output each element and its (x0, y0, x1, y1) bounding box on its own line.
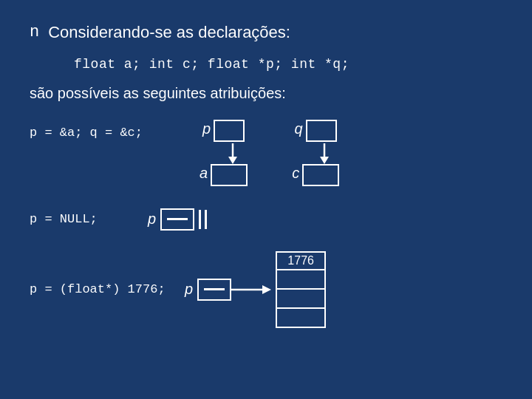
q-top-box (306, 120, 337, 142)
c-box (302, 164, 339, 186)
svg-marker-1 (228, 157, 237, 164)
content-area: p = &a; q = &c; p (30, 120, 502, 328)
val1776-line-inner (204, 288, 225, 290)
row2: p = NULL; p (30, 208, 502, 231)
subtitle: são possíveis as seguintes atribuições: (30, 85, 502, 102)
mem-row-1776: 1776 (276, 251, 326, 270)
header-title: Considerando-se as declarações: (48, 22, 290, 44)
val1776-arrow-svg (231, 279, 276, 301)
val1776-p-label: p (185, 281, 193, 298)
null-bars (199, 210, 207, 229)
var-a-label: a (200, 165, 208, 182)
var-q-title: q (295, 120, 303, 137)
bullet: n (30, 22, 39, 44)
mem-table-block: 1776 (276, 251, 326, 328)
row1-label: p = &a; q = &c; (30, 120, 200, 140)
var-q-block: q c (292, 120, 339, 186)
a-box (211, 164, 248, 186)
mem-row-3 (276, 290, 326, 309)
null-bar-1 (199, 210, 201, 229)
row1: p = &a; q = &c; p (30, 120, 502, 186)
row1-diagrams: p a (200, 120, 339, 186)
svg-marker-3 (320, 157, 329, 164)
null-p-label: p (148, 211, 156, 228)
null-diagram: p (148, 208, 207, 231)
q-arrow-svg (293, 143, 338, 164)
null-ptr-box (160, 208, 194, 231)
row2-label: p = NULL; (30, 212, 148, 226)
header-row: n Considerando-se as declarações: (30, 22, 502, 44)
svg-marker-5 (262, 285, 271, 294)
p-top-box (214, 120, 245, 142)
var-c-label: c (292, 165, 299, 182)
mem-value-1776: 1776 (287, 254, 314, 267)
row3: p = (float*) 1776; p 1776 (30, 251, 502, 328)
declaration-line: float a; int c; float *p; int *q; (74, 57, 502, 72)
mem-row-2 (276, 270, 326, 290)
null-bar-2 (205, 210, 207, 229)
val1776-diagram: p 1776 (185, 251, 326, 328)
val1776-ptr-box (197, 279, 231, 301)
var-p-title: p (202, 120, 211, 137)
mem-row-4 (276, 309, 326, 328)
var-p-block: p a (200, 120, 248, 186)
slide: n Considerando-se as declarações: float … (0, 0, 532, 399)
row3-label: p = (float*) 1776; (30, 282, 185, 296)
null-line-inner (167, 218, 188, 220)
p-arrow-svg (202, 143, 246, 164)
